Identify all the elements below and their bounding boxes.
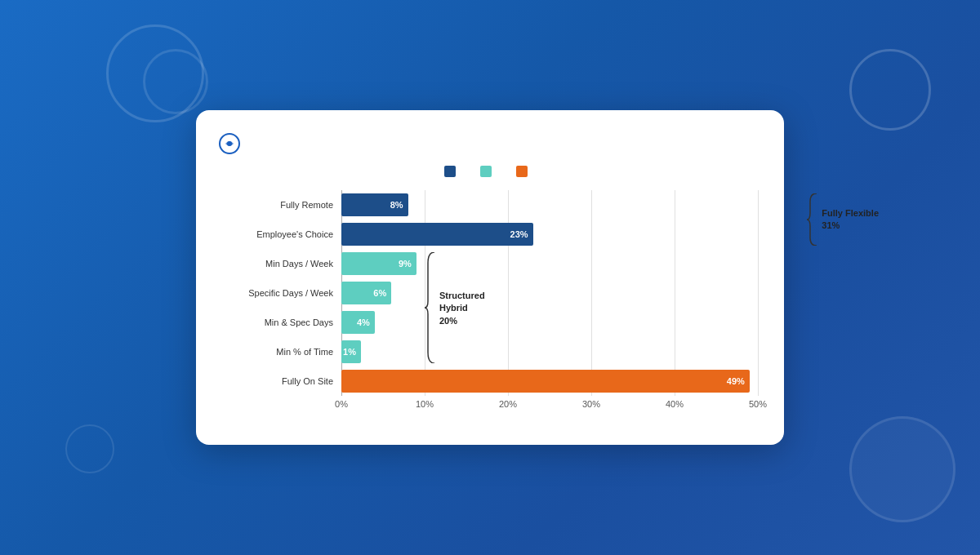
category-label-2: Min Days / Week [235,249,341,278]
bar-4: 4% [341,311,375,334]
legend-swatch-structured-hybrid [480,166,492,177]
deco-circle-4 [849,416,956,522]
legend-item-structured-hybrid [480,166,497,177]
chart-card: Fully RemoteEmployee's ChoiceMin Days / … [196,110,784,445]
bar-1: 23% [341,223,533,246]
x-tick-40: 40% [666,399,684,409]
bar-row-5: 1% [341,337,758,366]
bar-row-6: 49% [341,366,758,396]
bar-row-3: 6% [341,278,758,308]
deco-circle-5 [65,424,114,473]
bar-3: 6% [341,282,391,304]
legend-item-fully-flexible [444,166,461,177]
bars-section: Fully RemoteEmployee's ChoiceMin Days / … [235,190,758,396]
legend-swatch-full-time-on-site [516,166,528,177]
bar-6: 49% [341,370,750,393]
x-tick-0: 0% [335,399,348,409]
category-label-6: Fully On Site [235,366,341,396]
deco-circle-3 [849,49,931,131]
chart-legend [219,166,758,177]
chart-area: Fully RemoteEmployee's ChoiceMin Days / … [219,190,758,422]
x-ticks: 0%10%20%30%40%50% [341,399,758,415]
bar-row-4: 4% [341,308,758,337]
flex-index-logo-icon [219,133,240,154]
x-tick-10: 10% [416,399,434,409]
x-tick-30: 30% [582,399,600,409]
bar-row-1: 23% [341,220,758,249]
annotation-fully-flexible: Fully Flexible31% [807,193,879,246]
deco-circle-2 [143,49,208,114]
category-labels: Fully RemoteEmployee's ChoiceMin Days / … [235,190,341,396]
category-label-5: Min % of Time [235,337,341,366]
x-axis-spacer [235,399,341,415]
bars-container: 8%23%9%6%4%1%49% [341,190,758,396]
x-axis: 0%10%20%30%40%50% [235,399,758,415]
chart-inner: Fully RemoteEmployee's ChoiceMin Days / … [235,190,758,422]
legend-item-full-time-on-site [516,166,532,177]
bars-and-grid: 8%23%9%6%4%1%49% [341,190,758,396]
svg-point-1 [227,141,232,146]
deco-circle-1 [106,24,204,122]
category-label-1: Employee's Choice [235,220,341,249]
x-tick-50: 50% [749,399,767,409]
bar-row-2: 9% [341,249,758,278]
y-axis-label-wrap [219,190,235,422]
bar-5: 1% [341,340,361,363]
bar-row-0: 8% [341,190,758,220]
logo-area [219,133,758,154]
category-label-3: Specific Days / Week [235,278,341,308]
legend-swatch-fully-flexible [444,166,456,177]
bar-2: 9% [341,252,416,275]
category-label-0: Fully Remote [235,190,341,220]
x-tick-20: 20% [499,399,517,409]
bar-0: 8% [341,193,408,216]
category-label-4: Min & Spec Days [235,308,341,337]
